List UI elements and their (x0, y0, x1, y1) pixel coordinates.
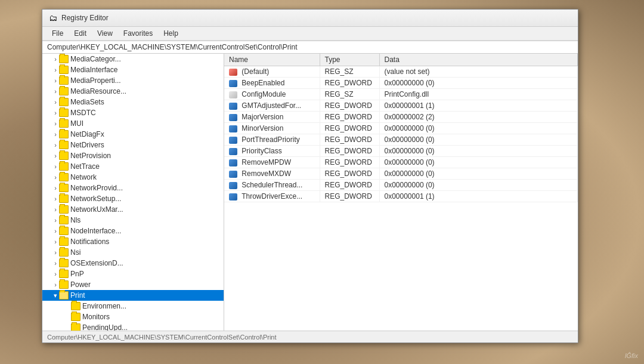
tree-expander[interactable]: › (52, 281, 59, 288)
tree-expander[interactable]: › (52, 174, 59, 181)
tree-item[interactable]: › PnP (42, 269, 224, 279)
tree-item[interactable]: › MediaSets (42, 97, 224, 107)
reg-value-icon (229, 159, 237, 166)
address-bar[interactable]: Computer\HKEY_LOCAL_MACHINE\SYSTEM\Curre… (42, 41, 578, 54)
tree-item[interactable]: Environmen... (42, 301, 224, 311)
tree-expander[interactable]: › (52, 131, 59, 138)
table-row[interactable]: MinorVersion REG_DWORD 0x00000000 (0) (224, 123, 578, 134)
menu-favorites[interactable]: Favorites (119, 28, 157, 39)
cell-type: REG_DWORD (320, 78, 379, 89)
tree-expander[interactable]: › (52, 141, 59, 149)
folder-icon (59, 76, 69, 85)
table-row[interactable]: SchedulerThread... REG_DWORD 0x00000000 … (224, 180, 578, 191)
tree-item[interactable]: › MUI (42, 118, 224, 129)
tree-item[interactable]: › MSDTC (42, 107, 224, 118)
reg-value-icon (229, 148, 237, 155)
folder-icon (59, 162, 69, 171)
table-row[interactable]: MajorVersion REG_DWORD 0x00000002 (2) (224, 112, 578, 123)
tree-expander[interactable]: › (52, 109, 59, 116)
table-row[interactable]: ConfigModule REG_SZ PrintConfig.dll (224, 89, 578, 100)
folder-icon (59, 291, 69, 300)
tree-item[interactable]: › MediaProperti... (42, 75, 224, 86)
tree-item-label: Environmen... (82, 302, 126, 310)
tree-item-label: MediaInterface (70, 66, 117, 74)
value-name: PriorityClass (242, 147, 281, 155)
col-header-type[interactable]: Type (320, 54, 379, 66)
tree-item[interactable]: › MediaResource... (42, 86, 224, 97)
menu-edit[interactable]: Edit (69, 28, 91, 39)
tree-expander[interactable]: › (52, 249, 59, 256)
tree-item[interactable]: › Power (42, 279, 224, 290)
tree-expander[interactable]: › (52, 270, 59, 277)
menu-view[interactable]: View (92, 28, 117, 39)
tree-expander[interactable]: › (52, 98, 59, 106)
tree-item[interactable]: › NetTrace (42, 161, 224, 172)
col-header-data[interactable]: Data (379, 54, 578, 66)
table-row[interactable]: (Default) REG_SZ (value not set) (224, 66, 578, 78)
tree-expander[interactable]: › (52, 152, 59, 159)
cell-name: (Default) (224, 66, 320, 78)
tree-expander[interactable]: › (52, 238, 59, 245)
tree-item[interactable]: Monitors (42, 311, 224, 322)
tree-item[interactable]: › Nsi (42, 247, 224, 258)
tree-expander[interactable]: ▾ (52, 292, 59, 300)
tree-expander[interactable]: › (52, 88, 59, 95)
tree-item[interactable]: › OSExtensionD... (42, 258, 224, 269)
cell-data: 0x00000001 (1) (379, 100, 578, 112)
tree-item[interactable]: › MediaCategor... (42, 54, 224, 64)
tree-item[interactable]: ▾ Print (42, 290, 224, 301)
table-row[interactable]: ThrowDriverExce... REG_DWORD 0x00000001 … (224, 191, 578, 202)
tree-scroll[interactable]: › MediaCategor... › MediaInterface › Med… (42, 54, 224, 331)
folder-icon (59, 280, 69, 289)
folder-icon (59, 141, 69, 149)
table-row[interactable]: PriorityClass REG_DWORD 0x00000000 (0) (224, 146, 578, 157)
folder-icon (59, 152, 69, 160)
tree-expander[interactable]: › (52, 227, 59, 235)
table-row[interactable]: PortThreadPriority REG_DWORD 0x00000000 … (224, 134, 578, 146)
tree-item[interactable]: › NetProvision (42, 150, 224, 161)
registry-table: Name Type Data (Default) REG_SZ (value n… (224, 54, 578, 202)
table-row[interactable]: BeepEnabled REG_DWORD 0x00000000 (0) (224, 78, 578, 89)
menu-help[interactable]: Help (159, 28, 183, 39)
tree-item[interactable]: › NetworkSetup... (42, 193, 224, 204)
tree-expander[interactable]: › (52, 217, 59, 224)
cell-data: 0x00000000 (0) (379, 180, 578, 191)
tree-item[interactable]: › Nls (42, 215, 224, 226)
tree-item[interactable]: › NodeInterface... (42, 226, 224, 236)
tree-item-label: NetProvision (70, 152, 111, 160)
watermark: lĜfix (625, 352, 638, 359)
tree-item[interactable]: › MediaInterface (42, 64, 224, 75)
folder-icon (59, 237, 69, 246)
tree-item[interactable]: PendingUpd... (42, 322, 224, 331)
tree-panel: › MediaCategor... › MediaInterface › Med… (42, 54, 224, 331)
value-name: RemoveMXDW (242, 169, 291, 178)
table-row[interactable]: RemoveMPDW REG_DWORD 0x00000000 (0) (224, 157, 578, 168)
tree-expander[interactable]: › (52, 260, 59, 267)
reg-value-icon (229, 125, 237, 132)
cell-name: RemoveMXDW (224, 168, 320, 180)
tree-item[interactable]: › Network (42, 172, 224, 183)
cell-name: GMTAdjustedFor... (224, 100, 320, 112)
tree-item[interactable]: › NetDiagFx (42, 129, 224, 140)
tree-item[interactable]: › NetworkProvid... (42, 183, 224, 193)
tree-expander[interactable]: › (52, 120, 59, 127)
col-header-name[interactable]: Name (224, 54, 320, 66)
tree-expander[interactable]: › (52, 55, 59, 63)
table-scroll[interactable]: Name Type Data (Default) REG_SZ (value n… (224, 54, 578, 331)
menu-file[interactable]: File (47, 28, 68, 39)
tree-expander[interactable]: › (52, 195, 59, 202)
tree-item[interactable]: › Notifications (42, 236, 224, 247)
tree-expander[interactable]: › (52, 184, 59, 192)
value-name: ThrowDriverExce... (242, 192, 302, 200)
table-row[interactable]: RemoveMXDW REG_DWORD 0x00000000 (0) (224, 168, 578, 180)
table-row[interactable]: GMTAdjustedFor... REG_DWORD 0x00000001 (… (224, 100, 578, 112)
tree-expander[interactable]: › (52, 206, 59, 213)
reg-value-icon (229, 103, 237, 110)
tree-expander[interactable]: › (52, 66, 59, 73)
tree-expander[interactable]: › (52, 163, 59, 170)
tree-item[interactable]: › NetworkUxMar... (42, 204, 224, 215)
tree-item-label: NetDiagFx (70, 130, 104, 138)
folder-icon (59, 259, 69, 267)
tree-item[interactable]: › NetDrivers (42, 140, 224, 150)
tree-expander[interactable]: › (52, 77, 59, 84)
